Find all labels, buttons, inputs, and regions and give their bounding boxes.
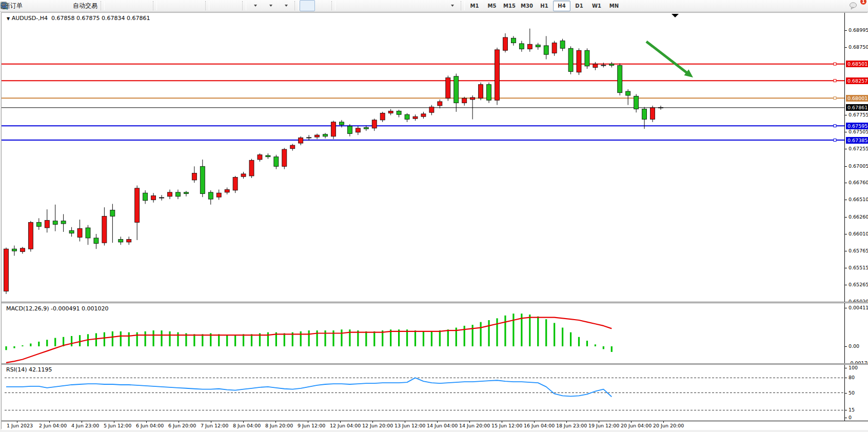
crosshair-tool-button[interactable] xyxy=(315,0,330,11)
candle-body xyxy=(86,228,90,238)
notification-badge: 1 xyxy=(860,0,866,5)
candle-body xyxy=(634,96,639,109)
candlestick-mode-button[interactable] xyxy=(121,0,136,11)
time-axis-label: 6 Jun 04:00 xyxy=(136,423,164,428)
indicators-menu-button[interactable] xyxy=(247,0,263,11)
signals-button[interactable] xyxy=(55,0,71,11)
candle-body xyxy=(323,134,328,136)
price-axis-column: 0.689950.687500.677550.675050.672550.670… xyxy=(844,13,868,429)
hline-price-label: 0.67595 xyxy=(846,123,868,129)
macd-histogram-bar xyxy=(226,335,228,346)
timeframe-button-w1[interactable]: W1 xyxy=(588,1,605,11)
rsi-tick-label: 80 xyxy=(849,375,855,381)
rsi-tick-label: 0 xyxy=(849,415,852,421)
candle-body xyxy=(462,98,467,103)
candle-body xyxy=(110,210,115,216)
text-label-tool-button[interactable]: T xyxy=(429,0,444,11)
timeframe-button-m15[interactable]: M15 xyxy=(501,1,518,11)
macd-histogram-bar xyxy=(373,331,375,346)
candle-body xyxy=(479,85,483,99)
rsi-tick-label: 15 xyxy=(849,407,855,413)
candle-body xyxy=(233,178,238,190)
periods-menu-button[interactable] xyxy=(263,0,278,11)
candle-body xyxy=(536,45,540,47)
macd-histogram-bar xyxy=(464,326,465,346)
candle-body xyxy=(258,155,262,160)
timeframe-button-mn[interactable]: MN xyxy=(605,1,623,11)
time-axis-label: 5 Jun 12:00 xyxy=(104,423,131,428)
candle-body xyxy=(527,44,532,49)
line-chart-mode-button[interactable] xyxy=(136,0,152,11)
macd-histogram-bar xyxy=(38,342,40,346)
rsi-panel[interactable] xyxy=(2,365,844,421)
timeframe-button-m1[interactable]: M1 xyxy=(466,1,483,11)
macd-histogram-bar xyxy=(112,331,113,346)
macd-histogram-bar xyxy=(267,332,269,346)
candle-body xyxy=(200,166,205,193)
macd-histogram-bar xyxy=(145,331,146,346)
macd-tick-label: 0.00 xyxy=(849,343,859,349)
price-panel[interactable] xyxy=(2,13,844,302)
candle-body xyxy=(119,240,123,242)
tile-windows-button[interactable] xyxy=(189,0,204,11)
hline-price-label: 0.68001 xyxy=(846,95,868,102)
time-axis[interactable]: 1 Jun 20232 Jun 04:004 Jun 23:005 Jun 12… xyxy=(2,421,868,430)
candle-body xyxy=(560,41,565,49)
chart-shift-button[interactable] xyxy=(226,0,241,11)
macd-histogram-bar xyxy=(243,334,244,346)
autotrading-button[interactable]: 自动交易 xyxy=(71,0,100,11)
candle-body xyxy=(135,188,140,222)
zoom-in-button[interactable] xyxy=(158,0,173,11)
auto-scroll-button[interactable] xyxy=(210,0,226,11)
equidistant-channel-tool-button[interactable]: E xyxy=(383,0,398,11)
candle-body xyxy=(568,48,573,71)
candle-body xyxy=(216,193,221,197)
macd-histogram-bar xyxy=(218,334,220,346)
timeframe-button-m5[interactable]: M5 xyxy=(483,1,501,11)
macd-histogram-bar xyxy=(603,346,604,349)
fibonacci-tool-button[interactable]: F xyxy=(398,0,413,11)
vertical-line-tool-button[interactable] xyxy=(337,0,352,11)
text-tool-button[interactable]: A xyxy=(413,0,429,11)
bar-chart-mode-button[interactable] xyxy=(106,0,121,11)
trendline-tool-button[interactable] xyxy=(367,0,383,11)
panel-divider[interactable] xyxy=(2,363,868,365)
macd-panel[interactable] xyxy=(2,304,844,364)
timeframe-button-m30[interactable]: M30 xyxy=(518,1,536,11)
candle-body xyxy=(405,114,409,119)
candle-body xyxy=(12,249,16,251)
search-button[interactable] xyxy=(830,0,845,11)
arrows-tool-button[interactable] xyxy=(444,0,460,11)
macd-histogram-bar xyxy=(365,331,367,346)
macd-histogram-bar xyxy=(308,330,310,346)
candle-body xyxy=(429,107,434,113)
macd-histogram-bar xyxy=(406,329,408,346)
cursor-tool-button[interactable] xyxy=(300,0,315,11)
panel-divider[interactable] xyxy=(2,302,868,303)
macd-histogram-bar xyxy=(177,332,179,346)
notifications-button[interactable]: 1 xyxy=(849,0,864,11)
candle-body xyxy=(290,145,295,149)
macd-histogram-bar xyxy=(431,331,432,346)
timeframe-button-h4[interactable]: H4 xyxy=(553,1,570,11)
timeframe-button-h1[interactable]: H1 xyxy=(536,1,553,11)
time-axis-label: 7 Jun 12:00 xyxy=(201,423,228,428)
timeframe-button-d1[interactable]: D1 xyxy=(570,1,588,11)
chat-bubble-icon xyxy=(849,2,858,10)
candle-body xyxy=(331,122,336,136)
rsi-tick-label: 100 xyxy=(849,365,858,371)
horizontal-line-tool-button[interactable] xyxy=(352,0,367,11)
data-window-button[interactable] xyxy=(40,0,55,11)
candle-body xyxy=(487,85,491,101)
macd-histogram-bar xyxy=(439,330,441,346)
rsi-line xyxy=(6,378,611,397)
zoom-out-button[interactable] xyxy=(173,0,189,11)
templates-menu-button[interactable] xyxy=(278,0,293,11)
candle-body xyxy=(503,37,507,50)
timeframe-toolbar: M1M5M15M30H1H4D1W1MN xyxy=(466,1,623,11)
macd-histogram-bar xyxy=(46,340,48,346)
hline-anchor xyxy=(834,139,836,142)
market-watch-button[interactable] xyxy=(25,0,40,11)
chart-collapse-icon[interactable]: ▼ xyxy=(7,16,10,21)
macd-histogram-bar xyxy=(415,330,416,346)
